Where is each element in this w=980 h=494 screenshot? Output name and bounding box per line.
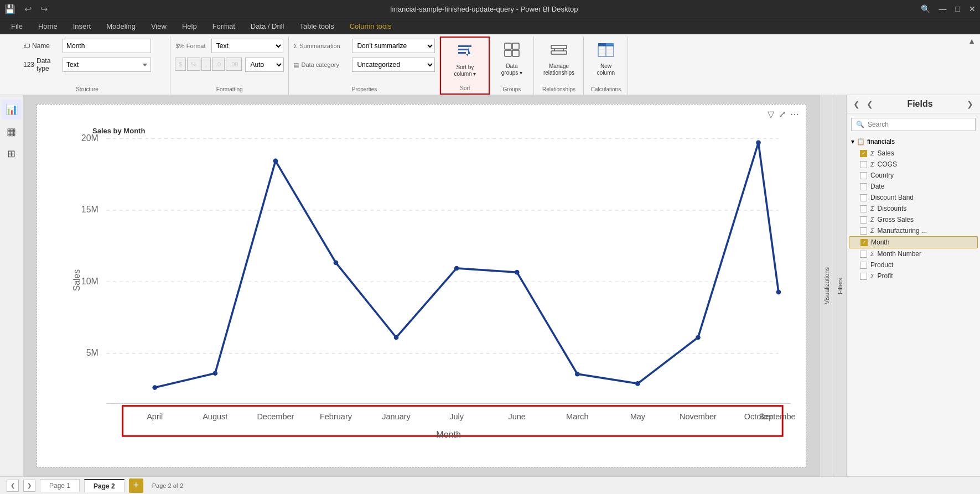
gross-sales-label: Gross Sales [878,216,914,223]
page-next-button[interactable]: ❯ [23,480,35,492]
svg-point-29 [152,385,157,390]
sales-checkbox[interactable]: ✓ [860,150,867,157]
field-product[interactable]: Product [849,259,978,271]
discount-band-checkbox[interactable] [860,194,867,201]
save-icon[interactable]: 💾 [4,4,15,14]
comma-button[interactable]: , [201,58,211,71]
page-2-tab[interactable]: Page 2 [84,479,125,492]
dec-up-button[interactable]: .00 [226,58,242,71]
panel-nav-left2[interactable]: ❮ [864,98,875,110]
table-header-financials[interactable]: ▾ 📋 financials [849,136,978,148]
right-panels: Visualizations Filters ❮ ❮ Fields ❯ 🔍 [820,95,980,476]
svg-point-39 [756,141,761,145]
chart-svg: 20M 15M 10M 5M Sales [70,121,795,439]
format-select[interactable]: Text General Number [211,39,283,53]
maximize-button[interactable]: □ [956,4,960,13]
panel-nav-left1[interactable]: ❮ [851,98,862,110]
filter-visual-icon[interactable]: ▽ [768,109,774,119]
ribbon-collapse-button[interactable]: ▲ [968,37,976,45]
svg-text:January: January [382,412,411,421]
manage-relationships-button[interactable]: Managerelationships [539,39,579,79]
minimize-button[interactable]: — [939,4,947,13]
menu-view[interactable]: View [144,20,173,33]
field-discount-band[interactable]: Discount Band [849,192,978,203]
filters-panel-tab[interactable]: Filters [833,95,847,476]
month-number-sigma: Σ [870,251,874,257]
field-date[interactable]: Date [849,181,978,192]
field-gross-sales[interactable]: Σ Gross Sales [849,214,978,225]
fields-panel-title: Fields [878,99,962,109]
add-page-button[interactable]: + [129,479,143,493]
search-icon: 🔍 [856,121,864,128]
model-view-icon[interactable]: ⊞ [2,144,22,164]
menu-file[interactable]: File [4,20,29,33]
gross-sales-checkbox[interactable] [860,216,867,223]
auto-select[interactable]: Auto [245,58,284,72]
discounts-label: Discounts [878,205,907,212]
manufacturing-checkbox[interactable] [860,227,867,235]
svg-rect-2 [458,52,466,54]
name-icon: 🏷 [23,42,30,50]
menu-table-tools[interactable]: Table tools [293,20,340,33]
manufacturing-label: Manufacturing ... [878,227,927,235]
menu-help[interactable]: Help [175,20,204,33]
date-checkbox[interactable] [860,183,867,190]
close-button[interactable]: ✕ [969,4,976,13]
status-bar: ❮ ❯ Page 1 Page 2 + Page 2 of 2 [0,476,980,494]
undo-icon[interactable]: ↩ [24,4,32,14]
manufacturing-sigma: Σ [870,227,874,234]
datatype-select[interactable]: Text Whole Number Decimal Date [63,58,151,72]
field-manufacturing[interactable]: Σ Manufacturing ... [849,225,978,236]
sort-by-column-label: Sort bycolumn ▾ [454,64,476,77]
dollar-button[interactable]: $ [175,58,186,71]
menu-column-tools[interactable]: Column tools [343,20,398,33]
sort-icon [456,42,474,63]
data-groups-button[interactable]: Datagroups ▾ [497,39,527,79]
field-month-number[interactable]: Σ Month Number [849,248,978,259]
datacategory-select[interactable]: Uncategorized Address City Country [352,58,435,72]
page-1-tab[interactable]: Page 1 [40,479,80,492]
menu-modeling[interactable]: Modeling [100,20,142,33]
menu-data-drill[interactable]: Data / Drill [244,20,291,33]
data-view-icon[interactable]: ▦ [2,122,22,142]
name-input[interactable] [63,39,151,53]
month-number-checkbox[interactable] [860,251,867,258]
panel-nav-right[interactable]: ❯ [965,98,976,110]
category-icon: ▤ [293,61,299,69]
dec-down-button[interactable]: .0 [212,58,225,71]
month-checkbox[interactable]: ✓ [860,239,868,246]
profit-checkbox[interactable] [860,273,867,280]
table-icon: 📋 [857,138,865,145]
report-view-icon[interactable]: 📊 [2,100,22,119]
fields-search-input[interactable] [868,121,971,128]
expand-visual-icon[interactable]: ⤢ [779,109,786,119]
field-cogs[interactable]: Σ COGS [849,159,978,170]
cogs-checkbox[interactable] [860,161,867,168]
page-prev-button[interactable]: ❮ [7,480,19,492]
new-column-icon [597,41,615,62]
country-checkbox[interactable] [860,172,867,179]
svg-rect-6 [505,50,511,56]
percent-button[interactable]: % [187,58,200,71]
new-column-button[interactable]: Newcolumn [592,39,620,79]
product-checkbox[interactable] [860,262,867,269]
summarization-select[interactable]: Don't summarize Sum Average Count Min Ma… [352,39,435,53]
field-month[interactable]: ✓ Month [849,236,978,248]
discounts-checkbox[interactable] [860,205,867,212]
field-discounts[interactable]: Σ Discounts [849,203,978,214]
svg-point-31 [273,159,278,164]
more-options-icon[interactable]: ⋯ [790,109,799,119]
summarization-row: Σ Summarization Don't summarize Sum Aver… [293,39,435,53]
ribbon-group-properties: Σ Summarization Don't summarize Sum Aver… [289,37,440,95]
field-sales[interactable]: ✓ Σ Sales [849,148,978,159]
menu-insert[interactable]: Insert [66,20,98,33]
summarization-label: Σ Summarization [293,43,349,49]
redo-icon[interactable]: ↪ [40,4,48,14]
field-country[interactable]: Country [849,170,978,181]
menu-format[interactable]: Format [206,20,242,33]
menu-home[interactable]: Home [32,20,64,33]
search-icon[interactable]: 🔍 [921,4,930,13]
sort-by-column-button[interactable]: Sort bycolumn ▾ [449,40,480,80]
field-profit[interactable]: Σ Profit [849,271,978,282]
visualizations-panel-tab[interactable]: Visualizations [820,95,833,476]
